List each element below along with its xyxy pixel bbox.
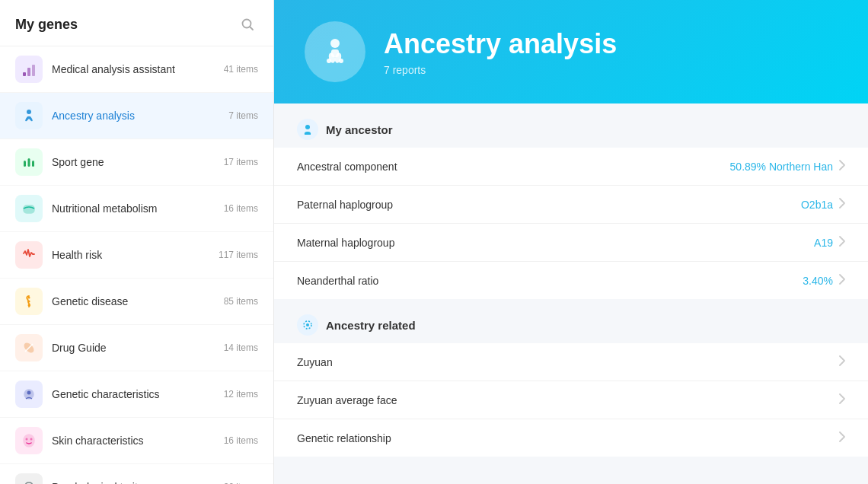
sidebar-label-genetic-characteristics: Genetic characteristics: [52, 388, 160, 400]
sidebar-label-sport-gene: Sport gene: [52, 156, 104, 168]
sidebar-item-sport-gene[interactable]: Sport gene17 items: [0, 139, 273, 186]
header-icon: [305, 21, 365, 82]
svg-point-18: [26, 438, 28, 441]
sidebar-icon-ancestry-analysis: [15, 102, 43, 129]
sidebar-label-nutritional-metabolism: Nutritional metabolism: [52, 202, 158, 215]
svg-point-12: [28, 304, 30, 307]
svg-line-1: [251, 27, 254, 30]
svg-point-19: [30, 438, 33, 441]
svg-rect-7: [28, 158, 30, 167]
sidebar-icon-sport-gene: [15, 148, 43, 176]
sidebar-icon-nutritional-metabolism: [15, 195, 43, 222]
main-header: Ancestry analysis 7 reports: [274, 0, 868, 103]
svg-rect-2: [23, 72, 26, 76]
list-row-zuyuan[interactable]: Zuyuan: [274, 343, 868, 381]
row-label-ancestral-component: Ancestral component: [297, 161, 730, 173]
content-area: My ancestorAncestral component50.89% Nor…: [274, 103, 868, 484]
row-value-maternal-haplogroup: A19: [814, 237, 833, 249]
svg-point-22: [330, 39, 340, 48]
row-label-neanderthal-ratio: Neanderthal ratio: [297, 275, 803, 287]
svg-rect-8: [32, 161, 34, 167]
sidebar-item-ancestry-analysis[interactable]: Ancestry analysis7 items: [0, 93, 273, 139]
sidebar-icon-medical-analysis: [15, 56, 43, 83]
sidebar-item-genetic-characteristics[interactable]: Genetic characteristics12 items: [0, 371, 273, 418]
sidebar-count-nutritional-metabolism: 16 items: [224, 203, 258, 214]
row-label-zuyuan: Zuyuan: [297, 356, 839, 368]
svg-point-0: [243, 20, 251, 28]
list-row-maternal-haplogroup[interactable]: Maternal haplogroupA19: [274, 224, 868, 262]
header-text: Ancestry analysis 7 reports: [384, 27, 617, 75]
svg-point-28: [305, 125, 310, 129]
sidebar-item-psychological-traits[interactable]: Psychological traits26 items: [0, 464, 273, 484]
sidebar-count-sport-gene: 17 items: [224, 157, 258, 167]
row-label-genetic-relationship: Genetic relationship: [297, 432, 839, 444]
sidebar-icon-genetic-disease: [15, 288, 43, 315]
svg-rect-6: [24, 161, 26, 167]
header-subtitle: 7 reports: [384, 64, 617, 76]
sections-container: My ancestorAncestral component50.89% Nor…: [274, 103, 868, 457]
sidebar-count-genetic-characteristics: 12 items: [224, 389, 258, 400]
svg-point-26: [327, 59, 331, 63]
list-row-neanderthal-ratio[interactable]: Neanderthal ratio3.40%: [274, 262, 868, 299]
row-value-neanderthal-ratio: 3.40%: [803, 275, 833, 287]
sidebar-item-genetic-disease[interactable]: Genetic disease85 items: [0, 279, 273, 325]
section-label-my-ancestor: My ancestor: [326, 123, 393, 136]
sidebar-items-list: Medical analysis assistant41 items Ances…: [0, 46, 273, 484]
sidebar-icon-genetic-characteristics: [15, 381, 43, 408]
sidebar-item-medical-analysis[interactable]: Medical analysis assistant41 items: [0, 46, 273, 93]
sidebar-icon-skin-characteristics: [15, 427, 43, 454]
sidebar: My genes Medical analysis assistant41 it…: [0, 0, 274, 484]
svg-rect-25: [331, 49, 339, 57]
section-header-my-ancestor: My ancestor: [274, 103, 868, 148]
list-row-paternal-haplogroup[interactable]: Paternal haplogroupO2b1a: [274, 186, 868, 224]
row-arrow-zuyuan-average-face: [839, 393, 845, 406]
row-label-paternal-haplogroup: Paternal haplogroup: [297, 199, 801, 211]
section-icon-my-ancestor: [297, 119, 318, 140]
sidebar-label-ancestry-analysis: Ancestry analysis: [52, 110, 135, 122]
sidebar-item-skin-characteristics[interactable]: Skin characteristics16 items: [0, 418, 273, 464]
row-label-zuyuan-average-face: Zuyuan average face: [297, 394, 839, 406]
sidebar-count-medical-analysis: 41 items: [224, 64, 258, 75]
svg-rect-4: [32, 65, 35, 76]
sidebar-item-drug-guide[interactable]: Drug Guide14 items: [0, 325, 273, 371]
sidebar-label-medical-analysis: Medical analysis assistant: [52, 63, 175, 75]
list-row-genetic-relationship[interactable]: Genetic relationship: [274, 419, 868, 457]
svg-point-10: [28, 297, 30, 299]
sidebar-label-genetic-disease: Genetic disease: [52, 295, 128, 307]
svg-point-11: [28, 301, 30, 303]
sidebar-count-drug-guide: 14 items: [224, 342, 258, 353]
section-label-ancestry-related: Ancestry related: [326, 319, 416, 332]
row-label-maternal-haplogroup: Maternal haplogroup: [297, 237, 814, 249]
list-row-ancestral-component[interactable]: Ancestral component50.89% Northern Han: [274, 148, 868, 186]
row-arrow-zuyuan: [839, 355, 845, 368]
main-content: Ancestry analysis 7 reports My ancestorA…: [274, 0, 868, 484]
section-icon-ancestry-related: [297, 314, 318, 336]
svg-point-30: [306, 323, 309, 326]
sidebar-icon-psychological-traits: [15, 473, 43, 484]
row-arrow-ancestral-component: [839, 160, 845, 173]
svg-point-5: [27, 110, 31, 114]
sidebar-label-drug-guide: Drug Guide: [52, 342, 107, 354]
sidebar-icon-health-risk: [15, 241, 43, 269]
row-arrow-paternal-haplogroup: [839, 198, 845, 211]
section-header-ancestry-related: Ancestry related: [274, 299, 868, 343]
sidebar-label-skin-characteristics: Skin characteristics: [52, 435, 144, 447]
svg-point-17: [24, 435, 34, 447]
svg-point-27: [339, 59, 343, 63]
header-title: Ancestry analysis: [384, 27, 617, 60]
row-value-paternal-haplogroup: O2b1a: [801, 199, 833, 211]
sidebar-icon-drug-guide: [15, 334, 43, 361]
sidebar-item-nutritional-metabolism[interactable]: Nutritional metabolism16 items: [0, 186, 273, 232]
row-arrow-maternal-haplogroup: [839, 236, 845, 249]
list-row-zuyuan-average-face[interactable]: Zuyuan average face: [274, 381, 868, 419]
sidebar-count-genetic-disease: 85 items: [224, 296, 258, 307]
row-arrow-genetic-relationship: [839, 431, 845, 444]
section-card-ancestry-related: ZuyuanZuyuan average faceGenetic relatio…: [274, 343, 868, 457]
sidebar-label-psychological-traits: Psychological traits: [52, 481, 143, 484]
section-card-my-ancestor: Ancestral component50.89% Northern HanPa…: [274, 148, 868, 299]
search-button[interactable]: [237, 14, 258, 35]
sidebar-item-health-risk[interactable]: Health risk117 items: [0, 232, 273, 279]
sidebar-count-health-risk: 117 items: [219, 250, 258, 260]
sidebar-title: My genes: [15, 17, 78, 33]
row-arrow-neanderthal-ratio: [839, 274, 845, 287]
